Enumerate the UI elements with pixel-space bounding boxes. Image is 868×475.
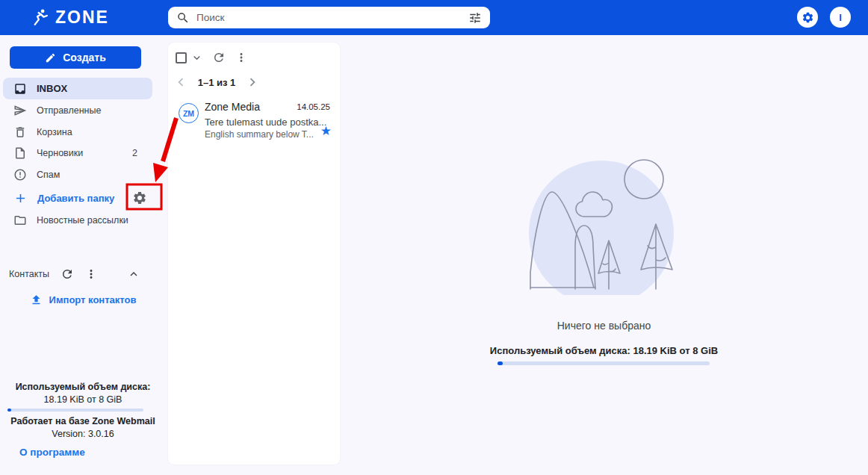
email-date: 14.05.25 — [297, 102, 330, 111]
main-quota-progress-fill — [497, 361, 503, 365]
about-link[interactable]: О программе — [19, 447, 85, 458]
star-icon[interactable]: ★ — [320, 124, 332, 139]
folder-settings-gear-icon[interactable] — [132, 190, 147, 205]
search-input[interactable] — [196, 12, 462, 23]
sidebar-quota-value: 18.19 KiB от 8 GiB — [0, 394, 166, 405]
import-contacts-label: Импорт контактов — [49, 294, 137, 305]
refresh-icon[interactable] — [61, 267, 74, 281]
sidebar-item-label: Отправленные — [37, 105, 101, 116]
sidebar-quota-progress — [7, 409, 143, 412]
empty-state-text: Ничего не выбрано — [340, 320, 868, 332]
sidebar-item-label: INBOX — [37, 83, 67, 94]
email-sender: Zone Media — [205, 101, 260, 113]
sidebar-item-trash[interactable]: Корзина — [0, 121, 166, 143]
email-preview: English summary below T... — [205, 129, 314, 140]
sidebar-item-inbox[interactable]: INBOX — [3, 78, 152, 99]
sidebar-item-label: Спам — [37, 170, 60, 180]
select-all-checkbox[interactable] — [176, 52, 187, 63]
landscape-illustration — [525, 153, 682, 295]
tune-icon[interactable] — [468, 11, 482, 25]
add-folder-label: Добавить папку — [37, 193, 114, 204]
refresh-icon[interactable] — [212, 51, 226, 64]
sidebar-item-label: Черновики — [37, 148, 83, 158]
brand-text: ZONE — [55, 7, 109, 28]
main-quota-progress — [497, 361, 710, 365]
search-bar[interactable] — [168, 7, 490, 28]
sidebar: Создать INBOX Отправленные Корзина Черно… — [0, 35, 166, 475]
compose-button[interactable]: Создать — [10, 46, 141, 69]
email-subject: Tere tulemast uude postka... — [205, 117, 326, 128]
contacts-title: Контакты — [9, 269, 49, 279]
contacts-header: Контакты — [0, 264, 166, 284]
sidebar-quota-label: Используемый объем диска: — [0, 382, 166, 392]
trash-icon — [13, 125, 27, 139]
draft-icon — [13, 146, 27, 160]
sidebar-item-spam[interactable]: Спам — [0, 164, 166, 185]
sender-avatar[interactable]: ZM — [179, 103, 199, 123]
powered-by-text: Работает на базе Zone Webmail — [0, 416, 166, 426]
inbox-icon — [13, 82, 27, 96]
plus-icon — [13, 191, 28, 205]
kebab-menu-icon[interactable] — [235, 51, 248, 64]
spam-icon — [13, 168, 27, 181]
import-contacts-button[interactable]: Импорт контактов — [0, 291, 166, 308]
upload-icon — [30, 294, 43, 306]
search-icon — [176, 11, 190, 25]
runner-icon — [31, 8, 50, 27]
zone-logo: ZONE — [31, 7, 109, 28]
newsletters-label: Новостные рассылки — [37, 215, 128, 226]
topbar: ZONE I — [0, 0, 868, 35]
sidebar-item-drafts[interactable]: Черновики 2 — [0, 142, 166, 164]
chevron-left-icon[interactable] — [173, 74, 189, 90]
gear-icon — [802, 11, 814, 24]
chevron-right-icon[interactable] — [244, 74, 261, 90]
message-list-panel: 1–1 из 1 ZM Zone Media 14.05.25 Tere tul… — [168, 43, 340, 465]
sidebar-item-newsletters[interactable]: Новостные рассылки — [0, 209, 166, 231]
folder-icon — [13, 214, 27, 227]
sidebar-quota-progress-fill — [7, 409, 11, 412]
pagination-label: 1–1 из 1 — [190, 77, 243, 88]
email-list-item[interactable]: ZM Zone Media 14.05.25 Tere tulemast uud… — [168, 96, 340, 143]
drafts-count-badge: 2 — [132, 148, 137, 158]
sidebar-item-label: Корзина — [37, 127, 72, 137]
chevron-down-icon[interactable] — [190, 52, 203, 64]
version-text: Version: 3.0.16 — [0, 429, 166, 439]
pencil-icon — [45, 52, 56, 63]
main-quota-text: Используемый объем диска: 18.19 KiB от 8… — [340, 345, 868, 356]
chevron-up-icon[interactable] — [127, 267, 140, 281]
send-icon — [13, 104, 27, 117]
avatar[interactable]: I — [830, 7, 851, 28]
settings-button[interactable] — [797, 7, 818, 28]
kebab-menu-icon[interactable] — [84, 267, 98, 281]
compose-label: Создать — [63, 52, 106, 63]
sidebar-item-sent[interactable]: Отправленные — [0, 99, 166, 121]
